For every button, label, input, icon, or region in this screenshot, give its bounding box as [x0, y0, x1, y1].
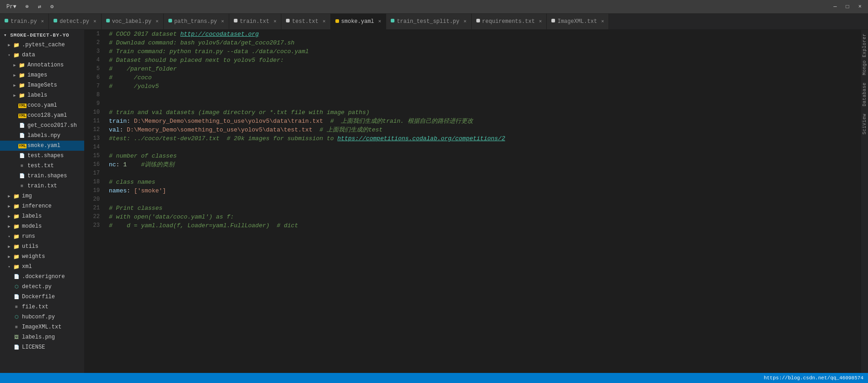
sidebar-item-name-data: data [22, 52, 84, 58]
sidebar-item-labels-npy[interactable]: 📄labels.npy [0, 131, 84, 141]
code-line-1: # COCO 2017 dataset http://cocodataset.o… [105, 30, 861, 38]
file-icon-runs: 📁 [13, 234, 20, 240]
sidebar-item-detect-py-file[interactable]: ⬡detect.py [0, 282, 84, 292]
right-tab-2[interactable]: SciView [861, 110, 868, 138]
sidebar-item-name-dockerignore: .dockerignore [22, 274, 84, 280]
sidebar-item-dockerignore[interactable]: 📄.dockerignore [0, 272, 84, 282]
line-number-10: 10 [88, 108, 100, 117]
sidebar-item-inference[interactable]: ▶📁inference [0, 201, 84, 211]
sidebar-item-models[interactable]: ▶📁models [0, 221, 84, 231]
sidebar-item-labels2[interactable]: ▶📁labels [0, 211, 84, 221]
tab-close-detect-py[interactable]: × [93, 19, 97, 24]
sidebar-item-img[interactable]: ▶📁img [0, 191, 84, 201]
toolbar-pr[interactable]: Pr▼ [4, 3, 19, 11]
file-icon-license: 📄 [13, 345, 20, 350]
right-tab-0[interactable]: Mongo Explorer [861, 30, 868, 79]
toolbar-close[interactable]: × [856, 3, 864, 11]
status-url: https://blog.csdn.net/qq_46098574 [764, 375, 863, 381]
sidebar-item-smoke-yaml-file[interactable]: YMLsmoke.yaml [0, 141, 84, 151]
file-icon-labels2: 📁 [13, 213, 20, 219]
tab-close-smoke-yaml[interactable]: × [378, 19, 382, 24]
tab-close-requirements-txt[interactable]: × [539, 19, 542, 24]
tab-close-train-txt[interactable]: × [274, 19, 277, 24]
toolbar: Pr▼ ⊕ ⇄ ⚙ — □ × [0, 0, 868, 14]
sidebar-item-hubconf-py[interactable]: ⬡hubconf.py [0, 312, 84, 322]
tab-voc-label-py[interactable]: voc_label.py× [102, 14, 164, 29]
sidebar-item-data[interactable]: ▾📁data [0, 50, 84, 60]
sidebar-item-get-coco-sh[interactable]: 📄get_coco2017.sh [0, 120, 84, 131]
tab-train-test-split-py[interactable]: train_test_split.py× [386, 14, 471, 29]
code-line-6: # /coco [105, 73, 861, 82]
sidebar-item-name-test-txt-file: test.txt [27, 163, 84, 169]
sidebar-item-name-weights: weights [22, 253, 84, 260]
sidebar-item-test-txt-file[interactable]: ≡test.txt [0, 161, 84, 171]
tab-imagexml-txt[interactable]: ImageXML.txt× [547, 14, 609, 29]
toolbar-settings[interactable]: ⚙ [48, 2, 56, 11]
line-number-7: 7 [88, 82, 100, 91]
sidebar-item-name-utils: utils [22, 243, 84, 250]
toolbar-minimize[interactable]: — [830, 3, 839, 11]
tab-close-imagexml-txt[interactable]: × [601, 19, 604, 24]
sidebar-item-annotations[interactable]: ▶📁Annotations [0, 60, 84, 70]
sidebar-item-weights[interactable]: ▶📁weights [0, 252, 84, 262]
tab-test-txt[interactable]: test.txt× [281, 14, 330, 29]
sidebar-item-train-shapes[interactable]: 📄train.shapes [0, 171, 84, 181]
sidebar-item-labels-png[interactable]: 🖼labels.png [0, 332, 84, 342]
file-icon-labels-png: 🖼 [13, 334, 20, 340]
tab-icon-path-trans-py [168, 19, 172, 24]
code-line-17 [105, 169, 861, 178]
sidebar-item-xml[interactable]: ▾📁xml [0, 262, 84, 272]
file-icon-annotations: 📁 [18, 62, 26, 68]
tab-requirements-txt[interactable]: requirements.txt× [472, 14, 547, 29]
line-number-6: 6 [88, 73, 100, 82]
sidebar-item-file-txt[interactable]: ≡file.txt [0, 302, 84, 312]
line-number-3: 3 [88, 47, 100, 56]
sidebar-item-coco-yaml[interactable]: YMLcoco.yaml [0, 100, 84, 110]
sidebar-item-runs[interactable]: ▾📁runs [0, 231, 84, 241]
tab-train-py[interactable]: train.py× [0, 14, 49, 29]
sidebar-item-name-train-shapes: train.shapes [27, 173, 84, 179]
sidebar-item-labels[interactable]: ▶📁labels [0, 90, 84, 100]
sidebar-item-name-file-txt: file.txt [22, 304, 84, 310]
toolbar-globe[interactable]: ⊕ [23, 2, 32, 11]
tab-close-voc-label-py[interactable]: × [156, 19, 159, 24]
code-line-8 [105, 91, 861, 99]
tab-detect-py[interactable]: detect.py× [49, 14, 101, 29]
tab-smoke-yaml[interactable]: smoke.yaml× [331, 14, 387, 29]
file-icon-data: 📁 [13, 52, 20, 58]
tab-label-train-test-split-py: train_test_split.py [397, 18, 459, 25]
tab-train-txt[interactable]: train.txt× [229, 14, 281, 29]
tab-close-train-py[interactable]: × [41, 19, 44, 24]
sidebar-item-coco128-yaml[interactable]: YMLcoco128.yaml [0, 110, 84, 120]
tab-close-train-test-split-py[interactable]: × [464, 19, 467, 24]
code-container[interactable]: 1234567891011121314151617181920212223 # … [85, 30, 861, 373]
sidebar-item-imagexml-txt-file[interactable]: ≡ImageXML.txt [0, 322, 84, 332]
tab-close-test-txt[interactable]: × [323, 19, 326, 24]
sidebar-item-dockerfile[interactable]: 📄Dockerfile [0, 292, 84, 302]
line-number-13: 13 [88, 134, 100, 143]
right-tab-1[interactable]: Database [861, 79, 868, 110]
main-layout: ▾ Smoke-Detect-by-Yo▶📁.pytest_cache▾📁dat… [0, 30, 868, 373]
sidebar-item-license[interactable]: 📄LICENSE [0, 342, 84, 352]
sidebar-item-name-models: models [22, 223, 84, 230]
editor-area: 1234567891011121314151617181920212223 # … [85, 30, 861, 373]
line-number-17: 17 [88, 169, 100, 178]
tab-close-path-trans-py[interactable]: × [221, 19, 224, 24]
sidebar-item-train-txt-file[interactable]: ≡train.txt [0, 181, 84, 191]
tab-path-trans-py[interactable]: path_trans.py× [164, 14, 229, 29]
file-icon-train-shapes: 📄 [18, 173, 26, 179]
sidebar-item-pytest-cache[interactable]: ▶📁.pytest_cache [0, 40, 84, 50]
sidebar-item-imagesets[interactable]: ▶📁ImageSets [0, 80, 84, 90]
sidebar-item-name-annotations: Annotations [27, 62, 84, 68]
tab-label-test-txt: test.txt [292, 18, 318, 25]
sidebar-item-name-labels-npy: labels.npy [27, 132, 84, 139]
file-icon-pytest-cache: 📁 [13, 42, 20, 48]
sidebar-item-test-shapes[interactable]: 📄test.shapes [0, 151, 84, 161]
file-icon-hubconf-py: ⬡ [13, 314, 20, 320]
toolbar-maximize[interactable]: □ [843, 3, 852, 11]
line-number-18: 18 [88, 178, 100, 186]
toolbar-split[interactable]: ⇄ [35, 2, 44, 11]
sidebar-item-utils[interactable]: ▶📁utils [0, 241, 84, 252]
code-line-10: # train and val datasets (image director… [105, 108, 861, 117]
sidebar-item-images[interactable]: ▶📁images [0, 70, 84, 80]
